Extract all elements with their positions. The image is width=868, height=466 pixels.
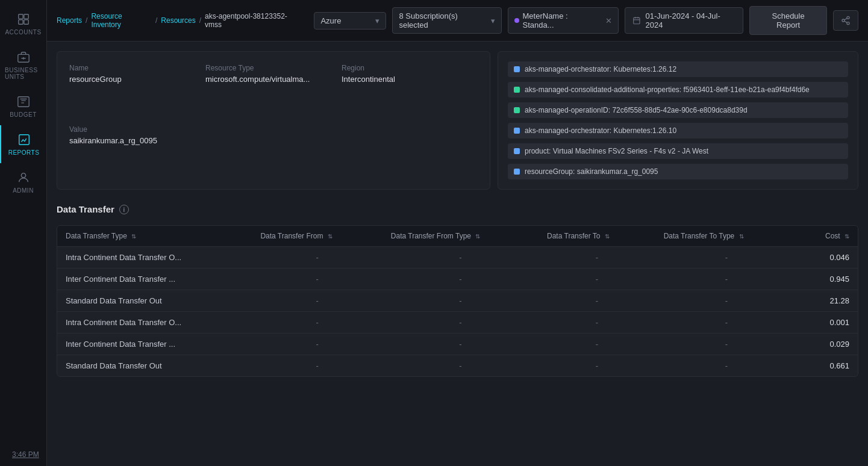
- content-area: Name resourceGroup Resource Type microso…: [47, 42, 868, 466]
- cell-from-type: -: [382, 247, 539, 269]
- resource-name-field: Name resourceGroup: [69, 64, 205, 116]
- cell-from: -: [252, 355, 382, 377]
- cell-type: Intra Continent Data Transfer O...: [57, 312, 252, 334]
- accounts-icon: [16, 12, 31, 26]
- cell-from-type: -: [382, 269, 539, 290]
- cell-cost: 21.28: [798, 290, 858, 312]
- cell-cost: 0.661: [798, 355, 858, 377]
- svg-point-15: [842, 19, 845, 22]
- cell-cost: 0.046: [798, 247, 858, 269]
- cell-type: Inter Continent Data Transfer ...: [57, 269, 252, 290]
- svg-rect-0: [18, 14, 22, 19]
- breadcrumb-current: aks-agentpool-38123352-vmss: [205, 12, 301, 29]
- tag-dot: [514, 66, 520, 72]
- schedule-report-button[interactable]: Schedule Report: [749, 6, 827, 35]
- breadcrumb-reports[interactable]: Reports: [57, 16, 82, 25]
- cell-to: -: [539, 334, 655, 355]
- filter-tag[interactable]: MeterName : Standa... ✕: [508, 7, 619, 34]
- breadcrumb-resources[interactable]: Resources: [161, 16, 195, 25]
- sidebar-item-reports[interactable]: Reports: [0, 125, 46, 163]
- info-icon[interactable]: i: [119, 205, 129, 214]
- sort-icon: ⇅: [739, 233, 744, 240]
- table-row: Inter Continent Data Transfer ... - - - …: [57, 334, 858, 355]
- cell-to-type: -: [655, 355, 798, 377]
- cell-type: Standard Data Transfer Out: [57, 355, 252, 377]
- filter-tag-close-icon[interactable]: ✕: [605, 16, 612, 25]
- sidebar-item-accounts[interactable]: Accounts: [0, 5, 46, 43]
- tag-dot: [514, 87, 520, 93]
- breadcrumb-resource-inventory[interactable]: Resource Inventory: [91, 12, 152, 29]
- cell-to: -: [539, 290, 655, 312]
- col-cost[interactable]: Cost ⇅: [798, 226, 858, 247]
- date-range-picker[interactable]: 01-Jun-2024 - 04-Jul-2024: [625, 7, 743, 34]
- svg-point-16: [847, 22, 849, 25]
- sidebar: Accounts Business Units Budget: [0, 0, 47, 466]
- svg-line-18: [845, 18, 848, 20]
- cell-to-type: -: [655, 334, 798, 355]
- tag-item: product: Virtual Machines FSv2 Series - …: [508, 143, 848, 159]
- cell-from-type: -: [382, 312, 539, 334]
- cell-from-type: -: [382, 334, 539, 355]
- col-to[interactable]: Data Transfer To ⇅: [539, 226, 655, 247]
- svg-point-9: [21, 173, 25, 178]
- cell-to: -: [539, 355, 655, 377]
- svg-line-17: [845, 21, 848, 23]
- cell-type: Intra Continent Data Transfer O...: [57, 247, 252, 269]
- cell-cost: 0.001: [798, 312, 858, 334]
- cell-from-type: -: [382, 290, 539, 312]
- col-to-type[interactable]: Data Transfer To Type ⇅: [655, 226, 798, 247]
- table-row: Intra Continent Data Transfer O... - - -…: [57, 312, 858, 334]
- cell-from: -: [252, 269, 382, 290]
- sort-icon: ⇅: [328, 233, 333, 240]
- resource-value-field: Value saikirankumar.a_rg_0095: [69, 125, 205, 177]
- cell-to-type: -: [655, 247, 798, 269]
- col-from-type[interactable]: Data Transfer From Type ⇅: [382, 226, 539, 247]
- cell-type: Inter Continent Data Transfer ...: [57, 334, 252, 355]
- tag-item: resourceGroup: saikirankumar.a_rg_0095: [508, 164, 848, 179]
- share-button[interactable]: [833, 10, 858, 31]
- cell-from: -: [252, 290, 382, 312]
- col-from[interactable]: Data Transfer From ⇅: [252, 226, 382, 247]
- cell-from: -: [252, 312, 382, 334]
- tag-item: aks-managed-operationID: 72c6f558-88d5-4…: [508, 102, 848, 118]
- share-icon: [841, 16, 851, 25]
- cell-to: -: [539, 247, 655, 269]
- budget-icon: [16, 95, 31, 109]
- tag-item: aks-managed-orchestrator: Kubernetes:1.2…: [508, 61, 848, 77]
- resource-card: Name resourceGroup Resource Type microso…: [57, 51, 858, 190]
- tag-dot: [514, 148, 520, 154]
- tag-dot: [514, 169, 520, 175]
- sort-icon: ⇅: [845, 233, 849, 240]
- cell-to-type: -: [655, 269, 798, 290]
- cell-to: -: [539, 312, 655, 334]
- cloud-dropdown[interactable]: Azure ▾: [314, 12, 386, 30]
- sidebar-item-admin[interactable]: Admin: [0, 163, 46, 201]
- svg-rect-3: [23, 20, 28, 24]
- tags-panel: aks-managed-orchestrator: Kubernetes:1.2…: [498, 51, 858, 190]
- section-title: Data Transfer i: [57, 199, 858, 217]
- cell-from: -: [252, 247, 382, 269]
- table-row: Inter Continent Data Transfer ... - - - …: [57, 269, 858, 290]
- tag-dot: [514, 128, 520, 134]
- sort-icon: ⇅: [475, 233, 480, 240]
- table-row: Standard Data Transfer Out - - - - 0.661: [57, 355, 858, 377]
- sidebar-item-budget[interactable]: Budget: [0, 87, 46, 125]
- col-type[interactable]: Data Transfer Type ⇅: [57, 226, 252, 247]
- table-row: Intra Continent Data Transfer O... - - -…: [57, 247, 858, 269]
- chevron-down-icon: ▾: [491, 16, 495, 25]
- topbar: Reports / Resource Inventory / Resources…: [47, 0, 868, 42]
- cell-to-type: -: [655, 312, 798, 334]
- sidebar-item-business-units[interactable]: Business Units: [0, 43, 46, 87]
- admin-icon: [16, 170, 31, 185]
- subscription-dropdown[interactable]: 8 Subscription(s) selected ▾: [392, 7, 501, 34]
- cell-to-type: -: [655, 290, 798, 312]
- svg-rect-7: [17, 97, 28, 107]
- tag-item: aks-managed-consolidated-additional-prop…: [508, 82, 848, 98]
- svg-point-14: [847, 16, 849, 19]
- resource-type-field: Resource Type microsoft.compute/virtualm…: [205, 64, 342, 116]
- cell-from-type: -: [382, 355, 539, 377]
- chevron-down-icon: ▾: [375, 16, 379, 25]
- data-transfer-section: Data Transfer i Data Transfer Type ⇅ Dat…: [57, 199, 858, 377]
- tag-dot: [514, 107, 520, 113]
- time-badge: 3:46 PM: [12, 450, 39, 459]
